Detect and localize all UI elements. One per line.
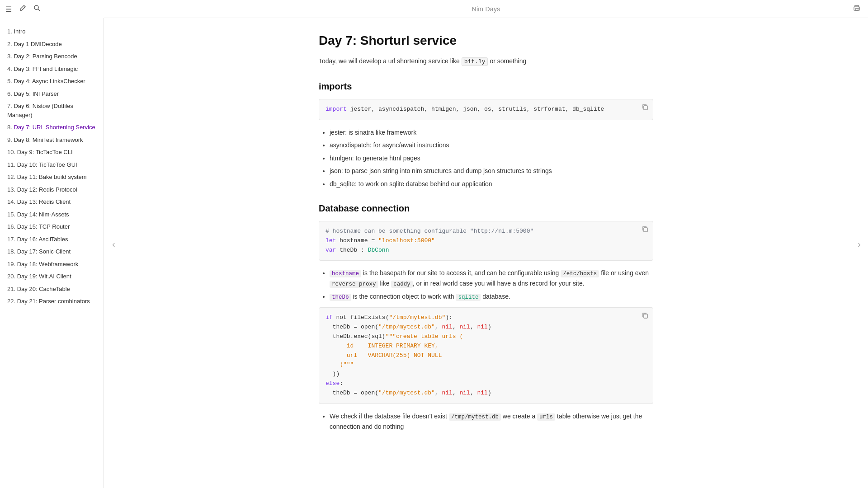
sidebar-item-11[interactable]: 11. Day 10: TicTacToe GUI xyxy=(0,159,104,171)
sidebar-item-label: Day 6: Nistow (Dotfiles Manager) xyxy=(7,103,73,118)
imports-heading: imports xyxy=(319,81,653,92)
intro-text: Today, we will develop a url shortening … xyxy=(319,57,460,65)
db-code-1: # hostname can be something configurable… xyxy=(319,221,653,261)
search-icon[interactable] xyxy=(33,5,41,14)
copy-db1-button[interactable] xyxy=(641,225,650,235)
sidebar-item-21[interactable]: 21. Day 20: CacheTable xyxy=(0,283,104,296)
sidebar-item-label: Intro xyxy=(14,28,25,35)
sidebar-item-2[interactable]: 2. Day 1 DMIDecode xyxy=(0,38,104,51)
db-bullets-2: We check if the database file doesn't ex… xyxy=(319,411,653,432)
sidebar-item-12[interactable]: 12. Day 11: Bake build system xyxy=(0,171,104,183)
sidebar-item-label: Day 7: URL Shortening Service xyxy=(14,124,95,131)
sidebar-item-14[interactable]: 14. Day 13: Redis Client xyxy=(0,196,104,208)
sidebar-item-label: Day 2: Parsing Bencode xyxy=(14,53,77,60)
sidebar-item-15[interactable]: 15. Day 14: Nim-Assets xyxy=(0,208,104,221)
sidebar-item-label: Day 5: INI Parser xyxy=(14,90,59,97)
db-code-block-1: # hostname can be something configurable… xyxy=(319,221,653,261)
sidebar-item-num: 13. xyxy=(7,186,15,193)
sidebar-item-label: Day 16: AsciiTables xyxy=(17,236,68,243)
imports-code-block: import jester, asyncdispatch, htmlgen, j… xyxy=(319,99,653,120)
sidebar-item-num: 6. xyxy=(7,90,12,97)
sidebar-item-num: 14. xyxy=(7,198,15,205)
sidebar-item-label: Day 9: TicTacToe CLI xyxy=(17,149,73,155)
sidebar-item-label: Day 21: Parser combinators xyxy=(17,298,90,305)
sidebar-item-3[interactable]: 3. Day 2: Parsing Bencode xyxy=(0,50,104,63)
sidebar-item-num: 12. xyxy=(7,174,15,180)
intro-code: bit.ly xyxy=(462,57,488,66)
edit-icon[interactable] xyxy=(19,5,26,14)
bullet-htmlgen: htmlgen: to generate html pages xyxy=(330,153,653,163)
sidebar-item-1[interactable]: 1. Intro xyxy=(0,25,104,38)
sidebar-item-num: 5. xyxy=(7,78,12,84)
sidebar-item-5[interactable]: 5. Day 4: Async LinksChecker xyxy=(0,75,104,88)
sidebar-item-16[interactable]: 16. Day 15: TCP Router xyxy=(0,221,104,233)
header-title: Nim Days xyxy=(472,5,500,13)
svg-point-4 xyxy=(859,8,859,9)
sidebar-item-num: 16. xyxy=(7,223,15,230)
sidebar-item-num: 21. xyxy=(7,286,15,292)
sidebar-item-label: Day 15: TCP Router xyxy=(17,223,70,230)
sidebar-item-label: Day 13: Redis Client xyxy=(17,198,71,205)
copy-db2-button[interactable] xyxy=(641,311,650,321)
bullet-asyncdispatch: asyncdispatch: for async/await instructi… xyxy=(330,140,653,150)
svg-rect-6 xyxy=(644,228,647,232)
sidebar-item-13[interactable]: 13. Day 12: Redis Protocol xyxy=(0,183,104,196)
sidebar-item-17[interactable]: 17. Day 16: AsciiTables xyxy=(0,233,104,246)
sidebar-item-label: Day 17: Sonic-Client xyxy=(17,248,71,255)
svg-rect-5 xyxy=(644,106,647,110)
sidebar-item-10[interactable]: 10. Day 9: TicTacToe CLI xyxy=(0,146,104,159)
sidebar-item-20[interactable]: 20. Day 19: Wit.AI Client xyxy=(0,270,104,283)
sidebar-item-label: Day 4: Async LinksChecker xyxy=(14,78,85,84)
sidebar-item-6[interactable]: 6. Day 5: INI Parser xyxy=(0,88,104,100)
sidebar-item-label: Day 11: Bake build system xyxy=(17,174,87,180)
db-heading: Database connection xyxy=(319,203,653,214)
main-wrapper: Nim Days ‹ › Day 7: Shorturl service Tod… xyxy=(104,0,868,488)
sidebar-item-num: 2. xyxy=(7,41,12,47)
bullet-jester: jester: is sinatra like framework xyxy=(330,127,653,137)
intro-suffix: or something xyxy=(490,57,526,65)
sidebar-item-num: 20. xyxy=(7,273,15,280)
article-title: Day 7: Shorturl service xyxy=(319,33,653,49)
print-icon[interactable] xyxy=(853,4,861,14)
sidebar-item-num: 17. xyxy=(7,236,15,243)
nav-prev-button[interactable]: ‹ xyxy=(108,235,119,253)
sidebar-item-num: 3. xyxy=(7,53,12,60)
imports-bullets: jester: is sinatra like framework asyncd… xyxy=(319,127,653,189)
bullet-json: json: to parse json string into nim stru… xyxy=(330,166,653,176)
sidebar-item-num: 19. xyxy=(7,261,15,267)
sidebar-item-9[interactable]: 9. Day 8: MiniTest framework xyxy=(0,134,104,146)
bullet-hostname: hostname is the basepath for our site to… xyxy=(330,268,653,289)
sidebar-item-label: Day 14: Nim-Assets xyxy=(17,211,69,218)
sidebar-item-num: 4. xyxy=(7,66,12,72)
sidebar-item-num: 10. xyxy=(7,149,15,155)
sidebar-item-19[interactable]: 19. Day 18: Webframework xyxy=(0,258,104,271)
db-code-block-2: if not fileExists("/tmp/mytest.db"): the… xyxy=(319,307,653,404)
sidebar-item-label: Day 3: FFI and Libmagic xyxy=(14,66,78,72)
sidebar-item-18[interactable]: 18. Day 17: Sonic-Client xyxy=(0,245,104,258)
svg-line-1 xyxy=(38,9,40,11)
sidebar-item-label: Day 10: TicTacToe GUI xyxy=(17,161,77,168)
menu-icon[interactable]: ☰ xyxy=(5,5,12,14)
sidebar-item-22[interactable]: 22. Day 21: Parser combinators xyxy=(0,295,104,308)
sidebar-item-num: 11. xyxy=(7,161,15,168)
sidebar-item-4[interactable]: 4. Day 3: FFI and Libmagic xyxy=(0,63,104,75)
imports-code: import jester, asyncdispatch, htmlgen, j… xyxy=(319,99,653,120)
nav-next-button[interactable]: › xyxy=(854,235,864,253)
sidebar-item-num: 15. xyxy=(7,211,15,218)
copy-imports-button[interactable] xyxy=(641,103,650,113)
sidebar-item-label: Day 19: Wit.AI Client xyxy=(17,273,71,280)
sidebar-item-num: 22. xyxy=(7,298,15,305)
sidebar-item-label: Day 20: CacheTable xyxy=(17,286,70,292)
sidebar-nav: 1. Intro2. Day 1 DMIDecode3. Day 2: Pars… xyxy=(0,5,104,308)
sidebar-item-num: 18. xyxy=(7,248,15,255)
sidebar-item-num: 8. xyxy=(7,124,12,131)
sidebar-item-8[interactable]: 8. Day 7: URL Shortening Service xyxy=(0,121,104,134)
sidebar-item-7[interactable]: 7. Day 6: Nistow (Dotfiles Manager) xyxy=(0,100,104,121)
db-code-2: if not fileExists("/tmp/mytest.db"): the… xyxy=(319,307,653,404)
sidebar-item-label: Day 1 DMIDecode xyxy=(14,41,61,47)
header: Nim Days xyxy=(104,0,868,18)
sidebar-item-label: Day 8: MiniTest framework xyxy=(14,136,83,143)
toolbar: ☰ xyxy=(0,0,104,18)
bullet-check-db: We check if the database file doesn't ex… xyxy=(330,411,653,432)
svg-point-0 xyxy=(34,5,38,9)
